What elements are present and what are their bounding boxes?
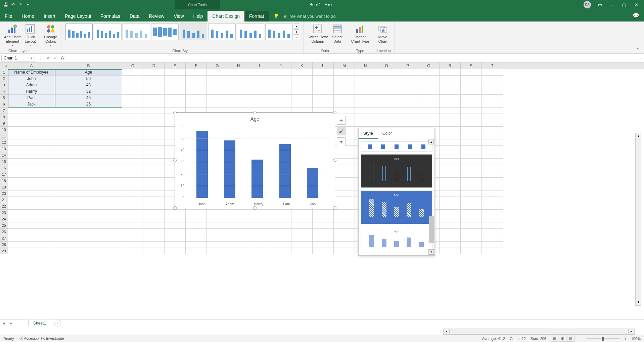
cell[interactable] — [313, 222, 334, 229]
user-avatar[interactable]: RS — [584, 1, 591, 8]
row-header[interactable]: 6 — [0, 101, 8, 108]
chart-styles-button[interactable]: 🖌 — [337, 127, 346, 135]
row-header[interactable]: 25 — [0, 222, 8, 229]
cell[interactable] — [8, 120, 55, 127]
cell[interactable] — [482, 210, 503, 216]
column-header[interactable]: S — [461, 62, 482, 69]
formula-input[interactable] — [66, 55, 638, 61]
chart-style-1[interactable] — [65, 24, 93, 40]
cell[interactable] — [482, 114, 503, 120]
cell[interactable] — [440, 69, 461, 76]
cell[interactable] — [143, 203, 165, 210]
cell[interactable] — [207, 101, 228, 108]
cell[interactable] — [397, 108, 418, 114]
cell[interactable] — [143, 235, 165, 242]
cell[interactable] — [440, 120, 461, 127]
cell[interactable] — [122, 127, 143, 133]
menu-view[interactable]: View — [169, 11, 188, 22]
cell[interactable] — [186, 229, 207, 235]
cell[interactable] — [461, 248, 482, 254]
cell[interactable] — [122, 88, 143, 95]
cell[interactable] — [8, 184, 55, 190]
cell[interactable] — [249, 76, 270, 82]
row-header[interactable]: 26 — [0, 229, 8, 235]
cell[interactable] — [461, 152, 482, 159]
scroll-left-icon[interactable]: ◂ — [444, 329, 450, 334]
cell[interactable]: 45 — [55, 95, 122, 101]
cell[interactable] — [461, 101, 482, 108]
row-header[interactable]: 19 — [0, 184, 8, 190]
cell[interactable] — [440, 171, 461, 178]
cell[interactable] — [228, 95, 249, 101]
column-header[interactable]: L — [313, 62, 334, 69]
cell[interactable] — [440, 235, 461, 242]
cell[interactable] — [482, 203, 503, 210]
cell[interactable] — [397, 82, 418, 88]
cell[interactable] — [143, 222, 165, 229]
cell[interactable] — [249, 222, 270, 229]
cell[interactable] — [355, 108, 376, 114]
cell[interactable] — [397, 114, 418, 120]
menu-page-layout[interactable]: Page Layout — [60, 11, 96, 22]
cell[interactable] — [249, 101, 270, 108]
qat-customize-icon[interactable]: ▾ — [26, 2, 30, 7]
cell[interactable] — [143, 178, 165, 184]
chart-bar[interactable] — [251, 160, 263, 198]
resize-handle[interactable] — [333, 111, 336, 114]
select-all-corner[interactable] — [0, 62, 8, 69]
cell[interactable] — [482, 159, 503, 165]
cell[interactable] — [440, 178, 461, 184]
cell[interactable] — [8, 210, 55, 216]
cell[interactable] — [334, 184, 355, 190]
cell[interactable] — [143, 120, 165, 127]
cell[interactable] — [270, 82, 291, 88]
cell[interactable] — [143, 114, 165, 120]
cell[interactable] — [418, 69, 440, 76]
cell[interactable] — [376, 76, 397, 82]
style-preview-2[interactable]: Age — [361, 154, 432, 188]
cell[interactable] — [334, 101, 355, 108]
cell[interactable] — [270, 248, 291, 254]
cell[interactable] — [55, 146, 122, 152]
cell[interactable] — [55, 216, 122, 222]
cell[interactable] — [270, 76, 291, 82]
cell[interactable] — [334, 203, 355, 210]
cell[interactable] — [8, 159, 55, 165]
cell[interactable] — [440, 152, 461, 159]
cell[interactable] — [143, 165, 165, 171]
cell[interactable] — [122, 178, 143, 184]
cell[interactable] — [228, 242, 249, 248]
row-header[interactable]: 18 — [0, 178, 8, 184]
sheet-nav-prev-icon[interactable]: ◂ — [0, 321, 7, 326]
cell[interactable] — [334, 235, 355, 242]
cell[interactable] — [440, 82, 461, 88]
change-colors-button[interactable]: Change Colors ▾ — [44, 23, 58, 48]
cell[interactable] — [461, 114, 482, 120]
cell[interactable] — [8, 165, 55, 171]
cell[interactable] — [334, 248, 355, 254]
style-preview-4[interactable]: Age — [361, 227, 432, 250]
cell[interactable] — [461, 165, 482, 171]
chart-style-8[interactable] — [265, 24, 293, 40]
change-chart-type-button[interactable]: Change Chart Type — [351, 23, 370, 44]
cell[interactable] — [418, 88, 440, 95]
cell[interactable] — [440, 248, 461, 254]
cell[interactable] — [482, 133, 503, 139]
resize-handle[interactable] — [173, 111, 177, 114]
cell[interactable] — [461, 120, 482, 127]
resize-handle[interactable] — [333, 159, 336, 162]
cancel-formula-icon[interactable]: ✕ — [44, 55, 52, 60]
cell[interactable] — [122, 184, 143, 190]
cell[interactable] — [122, 108, 143, 114]
resize-handle[interactable] — [173, 159, 177, 162]
scroll-up-icon[interactable]: ▴ — [636, 133, 641, 139]
cell[interactable] — [291, 82, 313, 88]
cell[interactable] — [207, 95, 228, 101]
gallery-up-icon[interactable]: ▴ — [294, 24, 299, 29]
cell[interactable] — [482, 146, 503, 152]
column-header[interactable]: C — [122, 62, 143, 69]
cell[interactable] — [270, 242, 291, 248]
cell[interactable] — [313, 229, 334, 235]
cell[interactable] — [397, 95, 418, 101]
cell[interactable] — [207, 222, 228, 229]
